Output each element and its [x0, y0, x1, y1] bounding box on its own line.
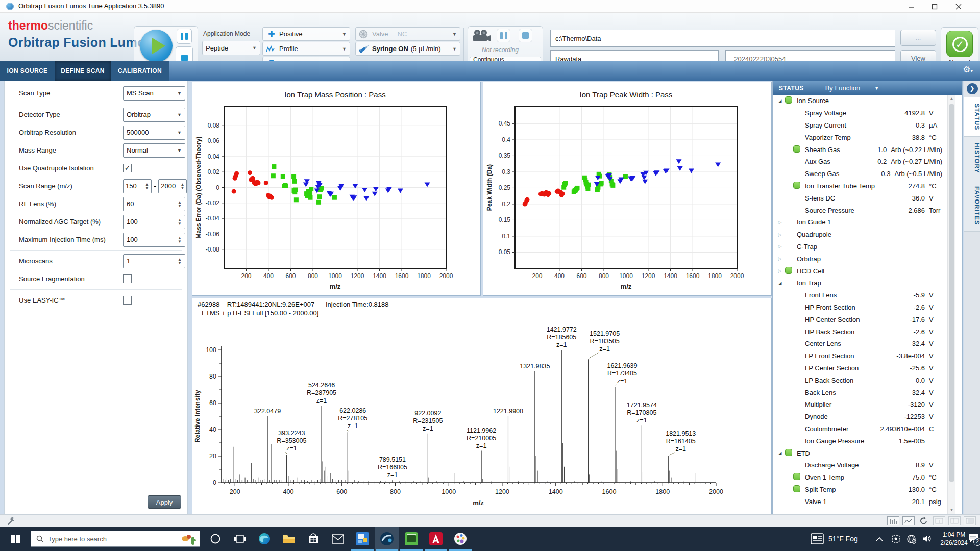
status-tree-row[interactable]: Oven 1 Temp75.0°C: [773, 471, 947, 484]
application-mode-select[interactable]: Peptide▼: [202, 41, 260, 55]
spinner-arrows-icon[interactable]: ▲▼: [178, 218, 182, 226]
layout-split-icon[interactable]: [948, 516, 961, 525]
photos-app-button[interactable]: [350, 527, 375, 551]
acrobat-button[interactable]: [424, 527, 448, 551]
scroll-up-icon[interactable]: ▲: [948, 95, 955, 103]
status-tree-row[interactable]: Center Lens32.4V: [773, 338, 947, 350]
status-scrollbar[interactable]: ▲ ▼: [947, 95, 955, 514]
paint3d-button[interactable]: [448, 527, 473, 551]
status-view-select[interactable]: By Function: [825, 84, 861, 92]
task-view-button[interactable]: [228, 527, 252, 551]
syringe-select[interactable]: Syringe ON(5 µL/min)▼: [355, 42, 460, 56]
status-tree-row[interactable]: Spray Current0.3µA: [773, 119, 947, 132]
expander-collapsed-icon[interactable]: ▷: [775, 220, 785, 225]
status-tree-row[interactable]: LP Front Section-3.8e-004V: [773, 350, 947, 362]
close-button[interactable]: [955, 0, 976, 13]
status-tree-row[interactable]: ◢Ion Trap: [773, 277, 947, 289]
status-tree-row[interactable]: Split Temp130.0°C: [773, 484, 947, 496]
data-path-field[interactable]: c:\Thermo\Data: [550, 30, 895, 47]
graph-view-icon[interactable]: [902, 516, 915, 525]
tab-define-scan[interactable]: DEFINE SCAN: [55, 61, 111, 81]
expander-expanded-icon[interactable]: ◢: [775, 281, 785, 286]
status-tree-row[interactable]: Discharge Voltage8.9V: [773, 459, 947, 471]
status-tree-row[interactable]: Front Lens-5.9V: [773, 289, 947, 302]
tray-system-icon[interactable]: [891, 527, 900, 551]
expander-expanded-icon[interactable]: ◢: [775, 450, 785, 456]
settings-gear-icon[interactable]: ⚙▾: [963, 64, 973, 75]
expander-collapsed-icon[interactable]: ▷: [775, 256, 785, 261]
status-tree-row[interactable]: Back Lens32.4V: [773, 386, 947, 398]
scan-range-m-z-high-input[interactable]: 2000▲▼: [158, 179, 187, 193]
status-tree-row[interactable]: ▷Orbitrap: [773, 253, 947, 265]
scroll-down-icon[interactable]: ▼: [948, 506, 955, 514]
status-tree-row[interactable]: Aux Gas0.2Arb (~0.27 L/Min): [773, 156, 947, 168]
source-fragmentation-checkbox[interactable]: [123, 274, 132, 283]
orbitrap-resolution-select[interactable]: 500000▼: [123, 126, 185, 140]
side-tab-status[interactable]: STATUS: [964, 97, 980, 137]
microscans-input[interactable]: 1▲▼: [123, 254, 185, 268]
spectrum-view-icon[interactable]: [887, 516, 899, 525]
scan-type-select[interactable]: MS Scan▼: [123, 86, 185, 101]
status-tree-row[interactable]: ◢Ion Source: [773, 95, 947, 107]
notification-center-button[interactable]: 2: [968, 534, 978, 543]
minimize-button[interactable]: [909, 0, 929, 13]
detector-type-select[interactable]: Orbitrap▼: [123, 108, 185, 122]
start-acquisition-button[interactable]: [140, 30, 173, 62]
tab-calibration[interactable]: CALIBRATION: [111, 61, 169, 81]
expander-expanded-icon[interactable]: ◢: [775, 98, 785, 104]
maximum-injection-time-ms-input[interactable]: 100▲▼: [123, 233, 185, 247]
network-globe-icon[interactable]: [906, 527, 916, 551]
layout-top-icon[interactable]: [933, 516, 945, 525]
apply-button[interactable]: Apply: [148, 495, 181, 509]
status-tree-row[interactable]: Coulombmeter2.493610e-004C: [773, 423, 947, 435]
spinner-arrows-icon[interactable]: ▲▼: [178, 258, 182, 265]
file-explorer-button[interactable]: [277, 527, 301, 551]
status-tree-row[interactable]: ▷C-Trap: [773, 241, 947, 253]
polarity-select[interactable]: ✚ Positive▼: [262, 27, 350, 41]
taskbar-clock[interactable]: 1:04 PM2/26/2024: [936, 531, 972, 547]
cortana-button[interactable]: [203, 527, 228, 551]
status-tree-row[interactable]: Ion Gauge Pressure1.5e-005: [773, 435, 947, 447]
status-tree-row[interactable]: Sweep Gas0.3Arb (~0.5 L/Min): [773, 168, 947, 180]
video-camera-icon[interactable]: [472, 29, 492, 42]
rf-lens-input[interactable]: 60▲▼: [123, 197, 185, 211]
volume-icon[interactable]: [922, 527, 932, 551]
status-tree-row[interactable]: HP Back Section-2.6V: [773, 325, 947, 338]
expand-panel-button[interactable]: ❯: [967, 83, 978, 94]
normalized-agc-target-input[interactable]: 100▲▼: [123, 215, 185, 229]
record-stop-button[interactable]: [519, 29, 532, 42]
expander-collapsed-icon[interactable]: ▷: [775, 268, 785, 273]
use-easy-ic-checkbox[interactable]: [123, 296, 132, 305]
taskbar-search-input[interactable]: Type here to search: [31, 531, 200, 547]
status-tree-row[interactable]: S-lens DC36.0V: [773, 192, 947, 204]
mass-range-select[interactable]: Normal▼: [123, 143, 185, 158]
status-tree-row[interactable]: ▷Ion Guide 1: [773, 216, 947, 229]
side-tab-favorites[interactable]: FAVORITES: [964, 180, 980, 232]
valve-select[interactable]: ValveNC▼: [355, 27, 460, 41]
side-tab-history[interactable]: HISTORY: [964, 137, 980, 180]
scrollbar-thumb[interactable]: [949, 104, 954, 482]
show-hidden-icons-button[interactable]: [876, 527, 883, 551]
edge-button[interactable]: [252, 527, 277, 551]
store-button[interactable]: [301, 527, 326, 551]
status-tree-row[interactable]: Multiplier-3120V: [773, 398, 947, 411]
spinner-arrows-icon[interactable]: ▲▼: [145, 183, 149, 190]
status-tree-row[interactable]: ▷HCD Cell: [773, 265, 947, 277]
instrument-app-button[interactable]: [399, 527, 424, 551]
pause-acquisition-button[interactable]: [177, 29, 192, 44]
expander-collapsed-icon[interactable]: ▷: [775, 244, 785, 249]
status-tree-row[interactable]: ◢ETD: [773, 447, 947, 459]
status-tree-row[interactable]: Spray Voltage4192.8V: [773, 107, 947, 119]
profile-select[interactable]: Profile▼: [262, 42, 350, 56]
spinner-arrows-icon[interactable]: ▲▼: [180, 183, 184, 190]
status-tree-row[interactable]: Source Pressure2.686Torr: [773, 204, 947, 216]
status-tree-row[interactable]: ▷Quadrupole: [773, 229, 947, 241]
refresh-icon[interactable]: [918, 516, 930, 525]
record-pause-button[interactable]: [497, 29, 510, 42]
wrench-icon[interactable]: [6, 516, 15, 525]
status-tree-row[interactable]: HP Center Section-17.6V: [773, 313, 947, 325]
status-tree-row[interactable]: LP Center Section-25.6V: [773, 362, 947, 374]
status-tree-row[interactable]: Sheath Gas1.0Arb (~0.22 L/Min): [773, 143, 947, 156]
status-tree-row[interactable]: Valve 120.1psig: [773, 495, 947, 508]
status-tree-row[interactable]: Dynode-12253V: [773, 411, 947, 423]
